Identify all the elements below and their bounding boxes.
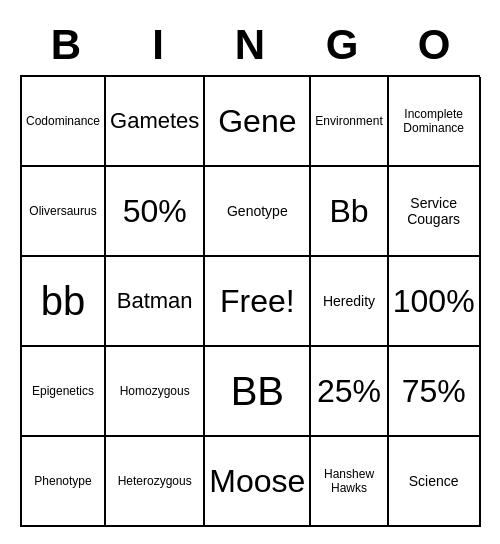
cell-text-r3-c3: 25%: [317, 373, 381, 410]
cell-text-r1-c2: Genotype: [227, 203, 288, 219]
cell-r2-c1: Batman: [106, 257, 205, 347]
cell-r4-c4: Science: [389, 437, 481, 527]
header-letter: G: [296, 17, 388, 73]
cell-text-r4-c1: Heterozygous: [118, 474, 192, 488]
cell-r2-c4: 100%: [389, 257, 481, 347]
cell-r1-c4: Service Cougars: [389, 167, 481, 257]
cell-r1-c2: Genotype: [205, 167, 311, 257]
cell-text-r2-c3: Heredity: [323, 293, 375, 309]
cell-r4-c0: Phenotype: [22, 437, 106, 527]
cell-r3-c2: BB: [205, 347, 311, 437]
header-letter: I: [112, 17, 204, 73]
cell-r1-c3: Bb: [311, 167, 388, 257]
cell-r3-c3: 25%: [311, 347, 388, 437]
cell-text-r2-c0: bb: [41, 279, 86, 324]
cell-text-r2-c1: Batman: [117, 288, 193, 314]
cell-r4-c3: Hanshew Hawks: [311, 437, 388, 527]
cell-r0-c2: Gene: [205, 77, 311, 167]
cell-r3-c1: Homozygous: [106, 347, 205, 437]
cell-text-r1-c3: Bb: [329, 193, 368, 230]
cell-r0-c4: Incomplete Dominance: [389, 77, 481, 167]
cell-text-r2-c2: Free!: [220, 283, 295, 320]
cell-text-r1-c1: 50%: [123, 193, 187, 230]
cell-text-r4-c4: Science: [409, 473, 459, 489]
bingo-header: BINGO: [20, 17, 480, 73]
header-letter: N: [204, 17, 296, 73]
cell-r2-c3: Heredity: [311, 257, 388, 347]
cell-r1-c0: Oliversaurus: [22, 167, 106, 257]
cell-text-r0-c3: Environment: [315, 114, 382, 128]
cell-r3-c0: Epigenetics: [22, 347, 106, 437]
cell-text-r3-c1: Homozygous: [120, 384, 190, 398]
cell-text-r3-c0: Epigenetics: [32, 384, 94, 398]
cell-text-r0-c0: Codominance: [26, 114, 100, 128]
cell-text-r4-c3: Hanshew Hawks: [315, 467, 382, 495]
cell-text-r1-c4: Service Cougars: [393, 195, 475, 227]
bingo-grid: CodominanceGametesGeneEnvironmentIncompl…: [20, 75, 480, 527]
cell-r4-c1: Heterozygous: [106, 437, 205, 527]
cell-text-r3-c4: 75%: [402, 373, 466, 410]
header-letter: O: [388, 17, 480, 73]
cell-r0-c3: Environment: [311, 77, 388, 167]
cell-r2-c2: Free!: [205, 257, 311, 347]
cell-r2-c0: bb: [22, 257, 106, 347]
cell-r4-c2: Moose: [205, 437, 311, 527]
cell-text-r4-c2: Moose: [209, 463, 305, 500]
cell-text-r0-c1: Gametes: [110, 108, 199, 134]
header-letter: B: [20, 17, 112, 73]
cell-text-r4-c0: Phenotype: [34, 474, 91, 488]
cell-text-r0-c4: Incomplete Dominance: [393, 107, 475, 135]
cell-r1-c1: 50%: [106, 167, 205, 257]
cell-text-r1-c0: Oliversaurus: [29, 204, 96, 218]
cell-text-r2-c4: 100%: [393, 283, 475, 320]
bingo-card: BINGO CodominanceGametesGeneEnvironmentI…: [10, 7, 490, 537]
cell-r0-c0: Codominance: [22, 77, 106, 167]
cell-r3-c4: 75%: [389, 347, 481, 437]
cell-text-r0-c2: Gene: [218, 103, 296, 140]
cell-text-r3-c2: BB: [231, 369, 284, 414]
cell-r0-c1: Gametes: [106, 77, 205, 167]
